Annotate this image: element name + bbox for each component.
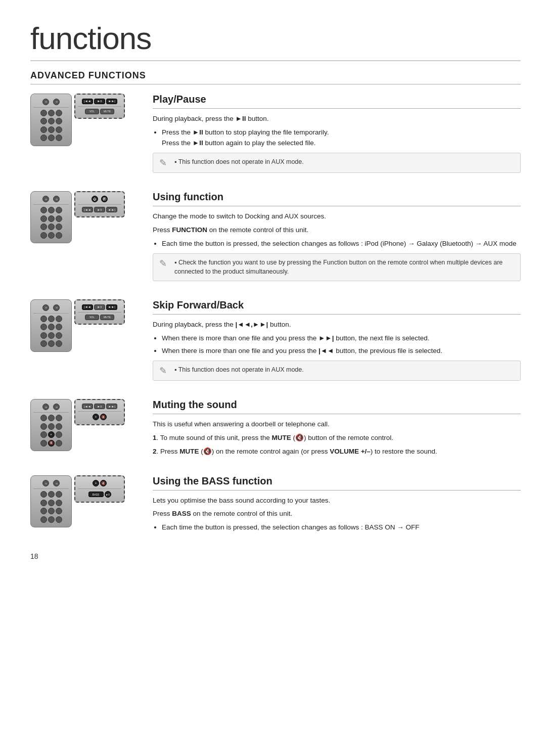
using-function-note: ✎ ▪ Check the function you want to use b…: [153, 253, 521, 282]
play-pause-bullet-1: Press the ►II button to stop playing the…: [162, 127, 521, 149]
function-title-using-function: Using function: [153, 191, 521, 206]
function-title-muting: Muting the sound: [153, 399, 521, 414]
bass-para-2: Press BASS on the remote control of this…: [153, 509, 521, 519]
content-using-function: Using function Change the mode to switch…: [153, 191, 521, 285]
function-block-skip: ⊙ ⊙: [30, 299, 521, 385]
content-skip: Skip Forward/Back During playback, press…: [153, 299, 521, 385]
note-icon-1: ✎: [159, 157, 170, 168]
function-title-bass: Using the BASS function: [153, 475, 521, 491]
remote-image-muting: ⊙ ⊙ + 🔇: [30, 399, 136, 452]
using-function-bullet-1: Each time the button is pressed, the sel…: [162, 239, 521, 249]
skip-bullet-1: When there is more than one file and you…: [162, 333, 521, 344]
function-title-skip: Skip Forward/Back: [153, 299, 521, 315]
skip-bullet-2: When there is more than one file and you…: [162, 346, 521, 357]
note-icon-3: ✎: [159, 365, 170, 376]
remote-image-play-pause: ⊙ ⊙: [30, 94, 136, 146]
using-function-para-2: Press FUNCTION on the remote control of …: [153, 225, 521, 236]
section-heading: ADVANCED FUNCTIONS: [30, 70, 521, 84]
page-number: 18: [30, 552, 521, 560]
play-pause-note-text: ▪ This function does not operate in AUX …: [174, 157, 304, 167]
function-title-play-pause: Play/Pause: [153, 94, 521, 109]
function-block-play-pause: ⊙ ⊙: [30, 94, 521, 177]
content-play-pause: Play/Pause During playback, press the ►I…: [153, 94, 521, 177]
page-title: functions: [30, 20, 521, 61]
bass-bullet-1: Each time the button is pressed, the sel…: [162, 522, 521, 533]
function-block-bass: ⊙ ⊙: [30, 475, 521, 538]
remote-image-using-function: ⊙ ⊙: [30, 191, 136, 244]
using-function-para-1: Change the mode to switch to Docking and…: [153, 211, 521, 222]
play-pause-para-1: During playback, press the ►II button.: [153, 114, 521, 124]
muting-para-1: This is useful when answering a doorbell…: [153, 419, 521, 430]
skip-note-text: ▪ This function does not operate in AUX …: [174, 365, 304, 375]
note-icon-2: ✎: [159, 258, 170, 269]
function-block-using-function: ⊙ ⊙: [30, 191, 521, 285]
muting-step-1: 1. To mute sound of this unit, press the…: [153, 433, 521, 443]
muting-step-2: 2. Press MUTE (🔇) on the remote control …: [153, 447, 521, 457]
function-block-muting: ⊙ ⊙ + 🔇: [30, 399, 521, 461]
skip-para-1: During playback, press the |◄◄,►►| butto…: [153, 320, 521, 330]
skip-note: ✎ ▪ This function does not operate in AU…: [153, 361, 521, 381]
content-bass: Using the BASS function Lets you optimis…: [153, 475, 521, 538]
remote-image-skip: ⊙ ⊙: [30, 299, 136, 352]
play-pause-note: ✎ ▪ This function does not operate in AU…: [153, 153, 521, 173]
content-muting: Muting the sound This is useful when ans…: [153, 399, 521, 461]
using-function-note-text: ▪ Check the function you want to use by …: [174, 258, 514, 277]
remote-image-bass: ⊙ ⊙: [30, 475, 136, 528]
bass-para-1: Lets you optimise the bass sound accordi…: [153, 496, 521, 506]
